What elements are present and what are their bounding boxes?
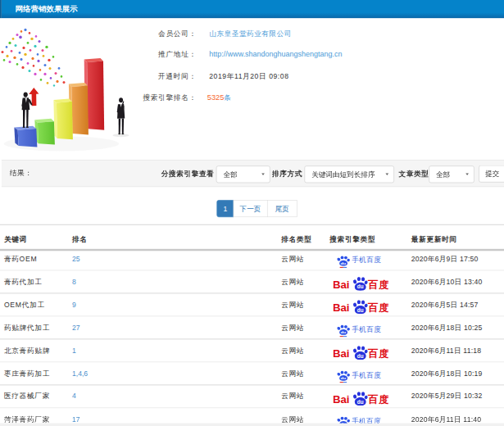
svg-text:Bai: Bai [334, 279, 350, 291]
svg-text:du: du [357, 283, 364, 289]
svg-text:百度: 百度 [367, 302, 388, 314]
svg-text:Bai: Bai [334, 393, 350, 406]
svg-text:du: du [341, 376, 346, 380]
svg-text:du: du [341, 330, 346, 334]
svg-text:Bai: Bai [334, 347, 350, 360]
svg-text:百度: 百度 [367, 279, 388, 291]
svg-text:百度: 百度 [367, 348, 388, 360]
svg-text:du: du [357, 398, 364, 404]
svg-text:du: du [357, 352, 364, 358]
svg-text:百度: 百度 [367, 394, 388, 406]
svg-text:Bai: Bai [334, 301, 350, 314]
svg-text:du: du [357, 306, 364, 312]
svg-text:du: du [341, 261, 346, 265]
